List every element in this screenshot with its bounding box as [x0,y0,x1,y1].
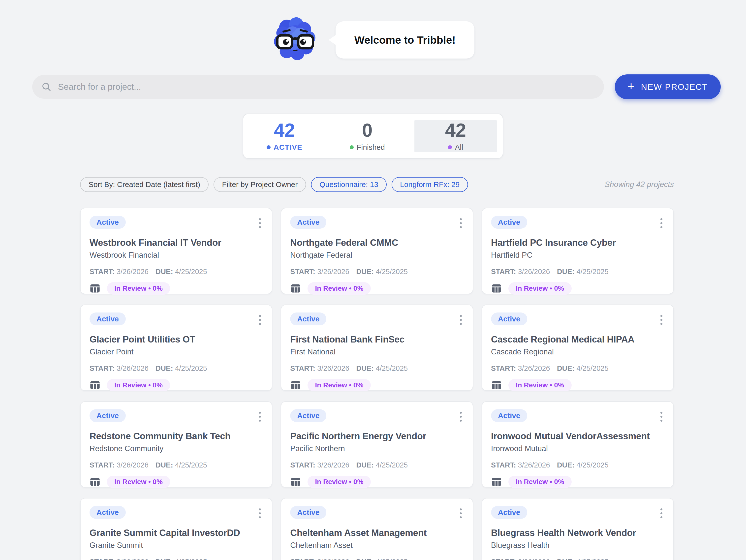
status-badge: Active [491,409,527,422]
project-dates: START:3/26/2026 DUE:4/25/2025 [89,268,263,276]
project-dates: START:3/26/2026 DUE:4/25/2025 [290,461,463,469]
review-progress-badge: In Review • 0% [107,476,170,488]
kebab-menu-icon[interactable] [658,409,664,424]
due-date: DUE:4/25/2025 [557,268,609,276]
project-dates: START:3/26/2026 DUE:4/25/2025 [290,558,463,560]
welcome-speech-bubble: Welcome to Tribble! [336,21,475,58]
table-icon [290,380,301,391]
project-card[interactable]: Active Cascade Regional Medical HIPAA Ca… [482,305,674,391]
status-badge: Active [89,506,126,519]
kebab-menu-icon[interactable] [458,216,464,231]
status-badge: Active [89,216,126,229]
start-date: START:3/26/2026 [491,461,550,469]
project-title: Hartfield PC Insurance Cyber [491,237,664,248]
project-dates: START:3/26/2026 DUE:4/25/2025 [491,364,664,372]
table-icon [491,283,502,294]
project-company: Granite Summit [89,541,263,550]
kebab-menu-icon[interactable] [658,216,664,231]
project-card[interactable]: Active Westbrook Financial IT Vendor Wes… [80,208,272,294]
status-badge: Active [290,216,326,229]
project-company: Bluegrass Health [491,541,664,550]
project-title: Cheltenham Asset Management [290,528,463,538]
project-company: Ironwood Mutual [491,444,664,453]
project-card[interactable]: Active Redstone Community Bank Tech Reds… [80,401,272,487]
project-card[interactable]: Active Hartfield PC Insurance Cyber Hart… [482,208,674,294]
review-progress-badge: In Review • 0% [107,282,170,295]
filter-owner-chip[interactable]: Filter by Project Owner [213,177,306,192]
project-dates: START:3/26/2026 DUE:4/25/2025 [290,364,463,372]
new-project-button[interactable]: + NEW PROJECT [615,75,721,99]
project-card[interactable]: Active Ironwood Mutual VendorAssessment … [482,401,674,487]
kebab-menu-icon[interactable] [658,506,664,521]
plus-icon: + [628,80,635,92]
search-bar[interactable] [32,75,604,99]
project-card[interactable]: Active Pacific Northern Energy Vendor Pa… [281,401,473,487]
project-dates: START:3/26/2026 DUE:4/25/2025 [89,364,263,372]
due-date: DUE:4/25/2025 [356,268,408,276]
project-title: Ironwood Mutual VendorAssessment [491,431,664,442]
project-dates: START:3/26/2026 DUE:4/25/2025 [491,461,664,469]
due-date: DUE:4/25/2025 [155,558,207,560]
project-card[interactable]: Active Granite Summit Capital InvestorDD… [80,498,272,560]
kebab-menu-icon[interactable] [257,312,263,327]
project-title: Pacific Northern Energy Vendor [290,431,463,442]
project-company: Hartfield PC [491,251,664,260]
status-badge: Active [491,506,527,519]
start-date: START:3/26/2026 [89,461,148,469]
due-date: DUE:4/25/2025 [557,558,609,560]
project-dates: START:3/26/2026 DUE:4/25/2025 [491,558,664,560]
status-badge: Active [290,506,326,519]
start-date: START:3/26/2026 [290,558,349,560]
kebab-menu-icon[interactable] [458,312,464,327]
project-title: Cascade Regional Medical HIPAA [491,334,664,345]
project-card[interactable]: Active Cheltenham Asset Management Chelt… [281,498,473,560]
start-date: START:3/26/2026 [491,364,550,372]
status-badge: Active [491,216,527,229]
all-dot-icon [448,145,452,149]
search-input[interactable] [58,82,595,92]
project-company: First National [290,347,463,356]
project-company: Westbrook Financial [89,251,263,260]
project-company: Pacific Northern [290,444,463,453]
project-title: Granite Summit Capital InvestorDD [89,528,263,538]
kebab-menu-icon[interactable] [458,506,464,521]
project-title: Westbrook Financial IT Vendor [89,237,263,248]
due-date: DUE:4/25/2025 [155,364,207,372]
start-date: START:3/26/2026 [290,461,349,469]
review-progress-badge: In Review • 0% [509,282,572,295]
stats-summary-card: 42 ACTIVE 0 Finished 42 All [243,114,503,159]
table-icon [89,476,101,487]
project-company: Cheltenham Asset [290,541,463,550]
project-card[interactable]: Active Bluegrass Health Network Vendor B… [482,498,674,560]
project-card[interactable]: Active First National Bank FinSec First … [281,305,473,391]
review-progress-badge: In Review • 0% [107,379,170,391]
toolbar: + NEW PROJECT [0,63,746,99]
kebab-menu-icon[interactable] [658,312,664,327]
review-progress-badge: In Review • 0% [509,379,572,391]
start-date: START:3/26/2026 [89,558,148,560]
due-date: DUE:4/25/2025 [356,364,408,372]
status-badge: Active [89,409,126,422]
kebab-menu-icon[interactable] [257,409,263,424]
questionnaire-chip[interactable]: Questionnaire: 13 [311,177,386,192]
sort-by-chip[interactable]: Sort By: Created Date (latest first) [80,177,208,192]
table-icon [290,476,301,487]
project-dates: START:3/26/2026 DUE:4/25/2025 [89,558,263,560]
kebab-menu-icon[interactable] [257,506,263,521]
kebab-menu-icon[interactable] [257,216,263,231]
stat-active[interactable]: 42 ACTIVE [243,114,326,158]
stat-finished[interactable]: 0 Finished [326,114,408,158]
due-date: DUE:4/25/2025 [155,268,207,276]
showing-count-text: Showing 42 projects [605,180,674,189]
search-icon [41,82,52,92]
stat-all[interactable]: 42 All [414,120,497,152]
project-company: Redstone Community [89,444,263,453]
start-date: START:3/26/2026 [290,268,349,276]
due-date: DUE:4/25/2025 [557,461,609,469]
kebab-menu-icon[interactable] [458,409,464,424]
longform-rfx-chip[interactable]: Longform RFx: 29 [392,177,468,192]
project-card[interactable]: Active Northgate Federal CMMC Northgate … [281,208,473,294]
due-date: DUE:4/25/2025 [557,364,609,372]
project-dates: START:3/26/2026 DUE:4/25/2025 [491,268,664,276]
project-card[interactable]: Active Glacier Point Utilities OT Glacie… [80,305,272,391]
